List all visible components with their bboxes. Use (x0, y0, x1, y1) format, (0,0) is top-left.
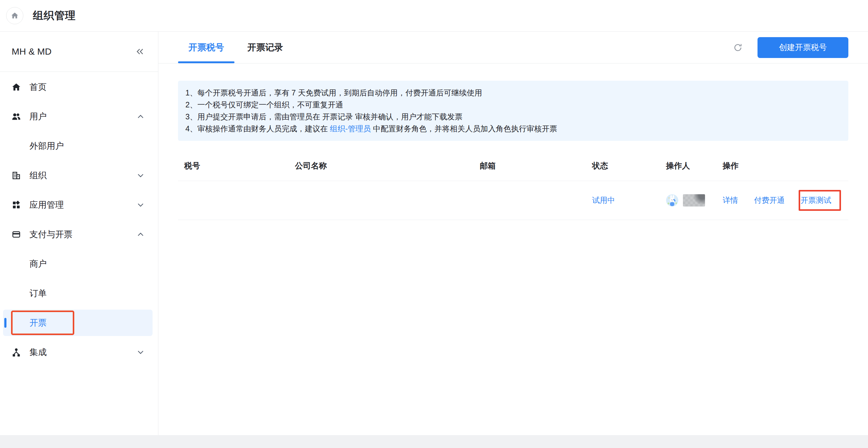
sidebar-menu: 首页 用户 外部用户 (0, 72, 158, 367)
chevron-down-icon (136, 171, 145, 180)
notice-line: 1、每个开票税号开通后，享有 7 天免费试用，到期后自动停用，付费开通后可继续使… (185, 87, 841, 99)
home-icon (12, 83, 21, 92)
sidebar-item-invoicing[interactable]: 开票 (0, 308, 158, 338)
sidebar-item-merchants[interactable]: 商户 (0, 249, 158, 279)
notice-panel: 1、每个开票税号开通后，享有 7 天免费试用，到期后自动停用，付费开通后可继续使… (178, 81, 848, 141)
tab-invoice-records[interactable]: 开票记录 (237, 32, 293, 63)
content-body: 1、每个开票税号开通后，享有 7 天免费试用，到期后自动停用，付费开通后可继续使… (158, 64, 868, 220)
cell-operator (660, 181, 717, 220)
notice-line: 2、一个税号仅可绑定一个组织，不可重复开通 (185, 99, 841, 111)
integration-icon (12, 348, 21, 357)
sidebar-item-users[interactable]: 用户 (0, 102, 158, 131)
topbar: 组织管理 (0, 0, 868, 32)
card-icon (12, 230, 21, 239)
action-paid-activate-link[interactable]: 付费开通 (754, 196, 784, 204)
double-chevron-left-icon (135, 47, 145, 56)
col-header-company: 公司名称 (289, 151, 474, 181)
col-header-email: 邮箱 (474, 151, 586, 181)
notice-line: 3、用户提交开票申请后，需由管理员在 开票记录 审核并确认，用户才能下载发票 (185, 111, 841, 123)
refresh-button[interactable] (733, 43, 743, 53)
org-admin-link[interactable]: 组织-管理员 (330, 124, 371, 133)
action-detail-link[interactable]: 详情 (722, 196, 738, 204)
tab-bar: 开票税号 开票记录 创建开票税号 (158, 32, 868, 64)
home-button[interactable] (6, 7, 23, 24)
table-row: 试用中 (178, 181, 848, 220)
cell-status: 试用中 (586, 181, 660, 220)
chevron-down-icon (136, 348, 145, 356)
col-header-tax-no: 税号 (178, 151, 289, 181)
main-content: 开票税号 开票记录 创建开票税号 1、每个开票税号开通后，享有 7 天免费试用，… (158, 32, 868, 435)
page-title: 组织管理 (33, 9, 76, 23)
sidebar-item-home[interactable]: 首页 (0, 72, 158, 102)
action-invoice-test-link[interactable]: 开票测试 (801, 196, 831, 204)
blurred-operator-name (683, 194, 705, 206)
sidebar-item-organization[interactable]: 组织 (0, 161, 158, 190)
tab-invoice-tax-id[interactable]: 开票税号 (178, 32, 235, 63)
col-header-status: 状态 (586, 151, 660, 181)
sidebar: MH & MD 首页 (0, 32, 158, 435)
create-tax-id-button[interactable]: 创建开票税号 (757, 37, 848, 58)
sidebar-item-integration[interactable]: 集成 (0, 338, 158, 367)
cell-email (474, 181, 586, 220)
sidebar-item-external-users[interactable]: 外部用户 (0, 131, 158, 161)
home-icon (11, 12, 19, 20)
org-name: MH & MD (12, 46, 135, 57)
building-icon (12, 171, 21, 180)
cell-actions: 详情 付费开通 开票测试 (716, 181, 848, 220)
notice-line: 4、审核操作通常由财务人员完成，建议在 组织-管理员 中配置财务角色，并将相关人… (185, 123, 841, 135)
sidebar-item-app-management[interactable]: 应用管理 (0, 190, 158, 220)
users-icon (12, 112, 21, 121)
cell-tax-no (178, 181, 289, 220)
col-header-operator: 操作人 (660, 151, 717, 181)
sidebar-item-payment-invoicing[interactable]: 支付与开票 (0, 220, 158, 249)
cell-company (289, 181, 474, 220)
status-badge: 试用中 (592, 196, 615, 204)
table-header-row: 税号 公司名称 邮箱 状态 操作人 操作 (178, 151, 848, 181)
collapse-sidebar-button[interactable] (135, 47, 145, 56)
app-frame: MH & MD 首页 (0, 32, 868, 435)
apps-icon (12, 200, 21, 210)
chevron-up-icon (136, 230, 145, 238)
refresh-icon (733, 43, 743, 53)
col-header-action: 操作 (716, 151, 848, 181)
chevron-down-icon (136, 201, 145, 209)
tax-id-table: 税号 公司名称 邮箱 状态 操作人 操作 试用中 (178, 151, 848, 220)
sidebar-header: MH & MD (0, 32, 158, 72)
avatar (666, 194, 678, 206)
chevron-up-icon (136, 113, 145, 121)
sidebar-item-orders[interactable]: 订单 (0, 279, 158, 308)
